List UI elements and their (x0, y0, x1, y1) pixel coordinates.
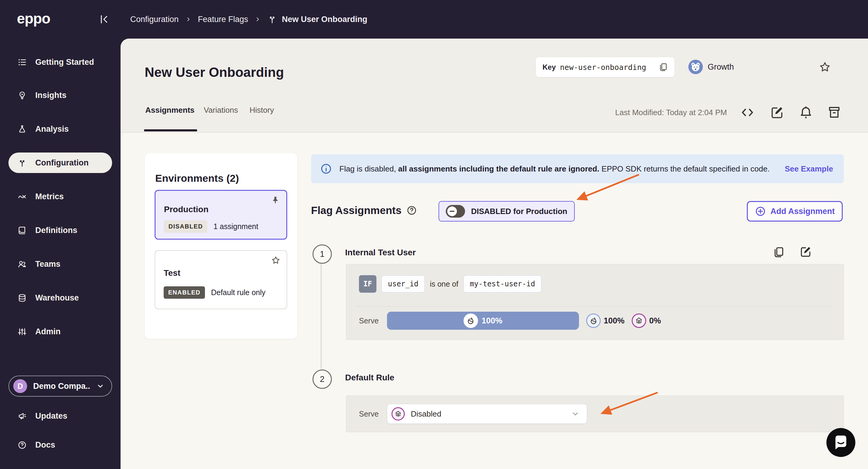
archive-icon[interactable] (827, 105, 841, 120)
org-switcher[interactable]: D Demo Compa... (8, 376, 112, 397)
see-example-link[interactable]: See Example (785, 164, 833, 174)
sidebar: Getting Started Insights Analysis Config… (0, 39, 121, 469)
bear-team-icon (688, 60, 703, 74)
rule-name-default-rule: Default Rule (345, 373, 394, 382)
key-value: new-user-onboarding (560, 63, 646, 72)
sidebar-item-label: Definitions (35, 226, 78, 235)
breadcrumb-configuration[interactable]: Configuration (130, 15, 179, 24)
serve-label: Serve (359, 316, 387, 325)
eppo-logo[interactable]: eppo (17, 10, 50, 27)
environment-status-row: ENABLED Default rule only (164, 286, 266, 299)
sidebar-item-label: Warehouse (35, 293, 79, 303)
star-icon[interactable] (271, 256, 281, 265)
sidebar-item-label: Getting Started (35, 58, 94, 67)
environment-detail: Default rule only (211, 288, 266, 297)
condition-value-chip[interactable]: my-test-user-id (463, 275, 542, 293)
condition-attribute-chip[interactable]: user_id (381, 275, 425, 293)
top-bar: eppo Configuration Feature Flags New Use… (0, 0, 868, 39)
sidebar-item-label: Insights (35, 91, 67, 100)
chat-launcher-button[interactable] (827, 428, 855, 457)
sidebar-item-getting-started[interactable]: Getting Started (8, 53, 112, 72)
bell-icon[interactable] (799, 105, 813, 120)
sidebar-item-label: Updates (35, 411, 67, 421)
flag-enable-toggle[interactable]: DISABLED for Production (438, 201, 575, 222)
favorite-star-icon[interactable] (818, 61, 831, 73)
step-number-1: 1 (313, 245, 332, 264)
main-panel: New User Onboarding Key new-user-onboard… (121, 39, 868, 469)
sidebar-item-teams[interactable]: Teams (8, 254, 112, 274)
copy-rule-icon[interactable] (772, 246, 785, 259)
flask-icon (18, 124, 27, 134)
last-modified-text: Last Modified: Today at 2:04 PM (615, 108, 727, 117)
sidebar-item-label: Admin (35, 327, 61, 336)
breadcrumb-feature-flags[interactable]: Feature Flags (198, 15, 248, 24)
tab-assignments[interactable]: Assignments (145, 105, 194, 115)
sidebar-item-warehouse[interactable]: Warehouse (8, 288, 112, 307)
sidebar-item-docs[interactable]: Docs (8, 435, 112, 455)
sidebar-item-admin[interactable]: Admin (8, 322, 112, 341)
status-badge: DISABLED (164, 220, 207, 233)
serve-bar-percent: 100% (482, 316, 502, 325)
sidebar-item-insights[interactable]: Insights (8, 86, 112, 105)
flag-header: New User Onboarding Key new-user-onboard… (121, 39, 868, 133)
sliders-icon (18, 327, 27, 336)
status-badge: ENABLED (164, 286, 205, 299)
chevron-down-icon (96, 382, 104, 390)
serve-row: Serve 100% 100% 0% (359, 312, 661, 330)
active-tab-underline (144, 129, 197, 131)
legend-disabled-variation: 0% (632, 313, 661, 328)
rule-box-default-rule: Serve Disabled (346, 396, 844, 432)
sidebar-item-label: Configuration (35, 158, 89, 167)
page-title: New User Onboarding (145, 65, 284, 80)
default-serve-dropdown[interactable]: Disabled (387, 404, 587, 424)
legend-percent: 100% (604, 316, 624, 325)
code-icon[interactable] (740, 105, 755, 120)
flag-assignments-heading: Flag Assignments (311, 205, 401, 216)
pin-icon[interactable] (271, 196, 280, 205)
environment-card-test[interactable]: Test ENABLED Default rule only (155, 250, 287, 309)
environment-card-production[interactable]: Production DISABLED 1 assignment (155, 190, 287, 240)
lightbulb-icon (18, 91, 27, 100)
copy-icon[interactable] (658, 62, 668, 72)
serve-row: Serve Disabled (359, 404, 587, 424)
team-name: Growth (708, 62, 734, 72)
question-icon[interactable] (406, 205, 417, 216)
sidebar-item-configuration[interactable]: Configuration (8, 153, 112, 173)
environment-status-row: DISABLED 1 assignment (164, 220, 258, 233)
condition-row: IF user_id is one of my-test-user-id (359, 275, 541, 293)
add-assignment-button[interactable]: Add Assignment (747, 201, 843, 222)
divider (356, 306, 834, 307)
disabled-variation-icon (632, 313, 646, 328)
sidebar-item-definitions[interactable]: Definitions (8, 221, 112, 240)
app-root: eppo Configuration Feature Flags New Use… (0, 0, 868, 469)
chevron-down-icon (571, 410, 580, 418)
team-badge[interactable]: Growth (688, 60, 734, 74)
flag-assignments-heading-row: Flag Assignments (311, 205, 417, 216)
step-connector-line (321, 263, 321, 369)
sidebar-item-updates[interactable]: Updates (8, 406, 112, 426)
people-icon (18, 259, 27, 269)
metrics-icon (18, 192, 27, 201)
info-icon (320, 163, 332, 175)
list-icon (18, 58, 27, 67)
sidebar-item-analysis[interactable]: Analysis (8, 119, 112, 139)
key-label: Key (542, 63, 556, 71)
org-name: Demo Compa... (33, 382, 90, 391)
tab-history[interactable]: History (250, 105, 274, 115)
serve-distribution-bar[interactable]: 100% (387, 312, 579, 330)
breadcrumb: Configuration Feature Flags New User Onb… (130, 0, 367, 39)
environment-detail: 1 assignment (213, 222, 258, 231)
rule-box-internal-test-user: IF user_id is one of my-test-user-id Ser… (346, 264, 844, 340)
sidebar-collapse-button[interactable] (99, 14, 110, 25)
book-icon (18, 226, 27, 235)
flag-key-pill[interactable]: Key new-user-onboarding (536, 57, 675, 77)
chevron-right-icon (185, 16, 191, 22)
tab-variations[interactable]: Variations (204, 105, 238, 115)
edit-icon[interactable] (770, 105, 784, 120)
sidebar-item-metrics[interactable]: Metrics (8, 187, 112, 206)
branch-icon (18, 158, 27, 167)
flag-branch-icon (267, 14, 277, 24)
edit-rule-icon[interactable] (799, 245, 812, 258)
sidebar-item-label: Metrics (35, 192, 64, 201)
database-icon (18, 293, 27, 303)
